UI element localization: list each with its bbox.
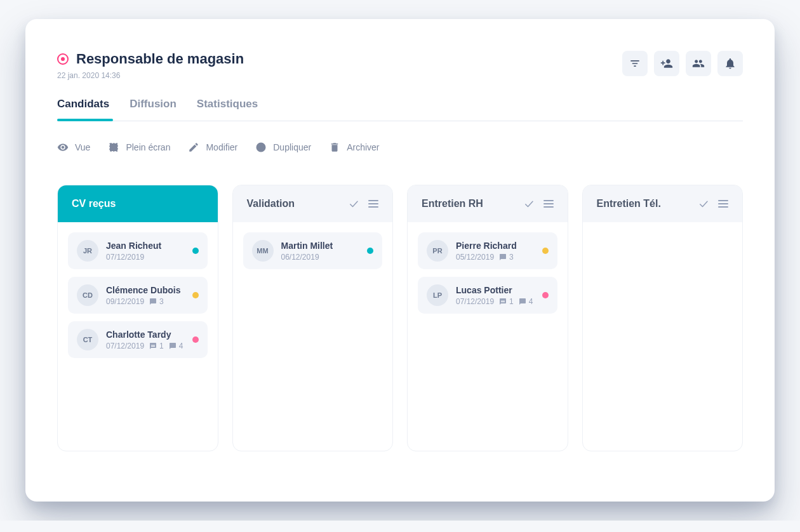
header-actions <box>622 51 743 76</box>
candidate-name: Jean Richeut <box>106 241 185 251</box>
column-title: Validation <box>247 198 295 209</box>
candidate-name: Martin Millet <box>281 241 360 251</box>
card-body: Martin Millet06/12/2019 <box>281 241 360 262</box>
copy-plus-icon <box>255 142 267 153</box>
bell-icon <box>724 57 737 70</box>
team-button[interactable] <box>686 51 711 76</box>
tool-label: Plein écran <box>126 142 170 152</box>
title-block: Responsable de magasin 22 jan. 2020 14:3… <box>57 51 244 80</box>
column-title: Entretien Tél. <box>597 198 661 209</box>
candidate-name: Charlotte Tardy <box>106 329 185 340</box>
notifications-button[interactable] <box>717 51 743 76</box>
message-count: 1 <box>499 297 514 306</box>
column-title: Entretien RH <box>422 198 483 209</box>
card-meta: 09/12/20193 <box>106 297 185 306</box>
trash-icon <box>329 142 340 153</box>
menu-icon[interactable] <box>368 198 378 209</box>
card-meta: 07/12/201914 <box>106 342 185 350</box>
check-icon[interactable] <box>698 198 709 209</box>
menu-icon[interactable] <box>543 198 554 209</box>
note-count: 4 <box>169 342 183 350</box>
expand-icon <box>108 142 119 153</box>
card-date: 07/12/2019 <box>456 297 494 306</box>
pencil-icon <box>188 142 199 153</box>
candidate-name: Clémence Dubois <box>106 285 185 295</box>
page-title: Responsable de magasin <box>76 51 244 67</box>
column-2: Entretien RHPRPierre Richard05/12/20193L… <box>407 185 568 451</box>
note-count: 3 <box>499 253 514 262</box>
status-dot <box>192 248 199 254</box>
candidate-card[interactable]: PRPierre Richard05/12/20193 <box>418 232 557 269</box>
candidate-card[interactable]: CTCharlotte Tardy07/12/201914 <box>68 321 208 358</box>
add-user-button[interactable] <box>654 51 679 76</box>
people-icon <box>692 57 705 70</box>
candidate-card[interactable]: MMMartin Millet06/12/2019 <box>243 232 383 269</box>
column-title: CV reçus <box>72 198 116 209</box>
toolbar: VuePlein écranModifierDupliquerArchiver <box>57 142 743 153</box>
status-dot <box>192 292 199 298</box>
tool-label: Dupliquer <box>273 142 311 152</box>
card-date: 07/12/2019 <box>106 342 144 350</box>
person-add-icon <box>660 57 673 70</box>
column-3: Entretien Tél. <box>582 185 743 451</box>
eye-icon <box>57 142 69 153</box>
fullscreen-action[interactable]: Plein écran <box>108 142 170 153</box>
svg-rect-0 <box>110 143 117 151</box>
avatar: CT <box>77 329 98 350</box>
avatar: CD <box>77 284 98 306</box>
archive-action[interactable]: Archiver <box>329 142 379 153</box>
candidate-card[interactable]: JRJean Richeut07/12/2019 <box>68 232 208 269</box>
column-header[interactable]: Validation <box>233 185 393 222</box>
app-window: Responsable de magasin 22 jan. 2020 14:3… <box>25 19 775 502</box>
edit-action[interactable]: Modifier <box>188 142 237 153</box>
column-actions <box>348 198 378 209</box>
tool-label: Vue <box>75 142 90 152</box>
note-count: 3 <box>149 297 164 306</box>
card-meta: 07/12/201914 <box>456 297 535 306</box>
column-actions <box>523 198 554 209</box>
candidate-card[interactable]: CDClémence Dubois09/12/20193 <box>68 277 208 314</box>
cards-list: JRJean Richeut07/12/2019CDClémence Duboi… <box>58 222 218 368</box>
tab-candidats[interactable]: Candidats <box>57 98 109 121</box>
avatar: MM <box>252 240 274 262</box>
status-dot <box>542 248 549 254</box>
column-header[interactable]: Entretien RH <box>408 185 568 222</box>
note-count: 4 <box>519 297 533 306</box>
card-meta: 06/12/2019 <box>281 253 360 262</box>
check-icon[interactable] <box>348 198 359 209</box>
card-body: Jean Richeut07/12/2019 <box>106 241 185 262</box>
cards-list: MMMartin Millet06/12/2019 <box>233 222 393 279</box>
filter-button[interactable] <box>622 51 648 76</box>
column-actions <box>698 198 728 209</box>
candidate-card[interactable]: LPLucas Pottier07/12/201914 <box>418 277 557 314</box>
column-0: CV reçusJRJean Richeut07/12/2019CDClémen… <box>57 185 218 451</box>
tabs: CandidatsDiffusionStatistiques <box>57 98 743 121</box>
column-header[interactable]: Entretien Tél. <box>583 185 743 222</box>
message-count: 1 <box>149 342 164 350</box>
filter-icon <box>629 57 641 70</box>
column-1: ValidationMMMartin Millet06/12/2019 <box>232 185 394 451</box>
record-icon <box>57 53 69 65</box>
candidate-name: Pierre Richard <box>456 241 535 251</box>
status-dot <box>542 292 549 298</box>
header: Responsable de magasin 22 jan. 2020 14:3… <box>57 51 743 80</box>
menu-icon[interactable] <box>718 198 728 209</box>
timestamp: 22 jan. 2020 14:36 <box>57 71 244 80</box>
cards-list: PRPierre Richard05/12/20193LPLucas Potti… <box>408 222 568 324</box>
tab-statistiques[interactable]: Statistiques <box>197 98 258 121</box>
avatar: PR <box>427 240 448 262</box>
duplicate-action[interactable]: Dupliquer <box>255 142 311 153</box>
tab-diffusion[interactable]: Diffusion <box>130 98 177 121</box>
card-body: Pierre Richard05/12/20193 <box>456 241 535 262</box>
tool-label: Modifier <box>206 142 237 152</box>
card-body: Clémence Dubois09/12/20193 <box>106 285 185 306</box>
column-header[interactable]: CV reçus <box>58 185 218 222</box>
avatar: JR <box>77 240 98 262</box>
tool-label: Archiver <box>347 142 379 152</box>
candidate-name: Lucas Pottier <box>456 285 535 295</box>
card-meta: 07/12/2019 <box>106 253 185 262</box>
view-action[interactable]: Vue <box>57 142 90 153</box>
card-body: Charlotte Tardy07/12/201914 <box>106 329 185 350</box>
check-icon[interactable] <box>523 198 535 209</box>
card-date: 07/12/2019 <box>106 253 144 262</box>
